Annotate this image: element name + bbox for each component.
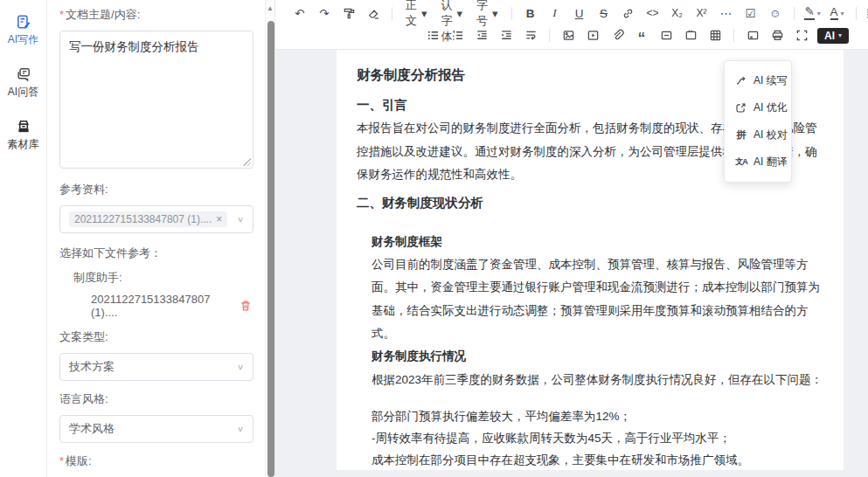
assistant-label: 制度助手: bbox=[73, 270, 253, 286]
insert-video-icon[interactable] bbox=[582, 26, 603, 45]
undo-icon[interactable]: ↶ bbox=[289, 4, 310, 23]
insert-image-icon[interactable] bbox=[558, 26, 579, 45]
topic-label: *文档主题/内容: bbox=[59, 7, 253, 23]
underline-button[interactable]: U bbox=[569, 4, 590, 23]
subscript-button[interactable]: X₂ bbox=[667, 4, 688, 23]
caret-down-icon: ▾ bbox=[457, 7, 463, 20]
italic-button[interactable]: I bbox=[545, 4, 566, 23]
doc-type-select[interactable]: 技术方案 ∨ bbox=[59, 353, 253, 381]
highlight-color-button[interactable]: ✎▾ bbox=[802, 4, 823, 23]
ordered-list-button[interactable] bbox=[447, 26, 468, 45]
text-wrap-button[interactable] bbox=[520, 26, 541, 45]
menu-item-ai-continue[interactable]: AI 续写 bbox=[725, 67, 791, 94]
required-asterisk: * bbox=[59, 454, 64, 467]
reference-label: 参考资料: bbox=[59, 182, 253, 197]
app-sidebar: AI写作 AI问答 素材库 bbox=[0, 0, 47, 477]
menu-item-label: AI 续写 bbox=[753, 73, 788, 88]
snippet-block-icon[interactable] bbox=[680, 26, 701, 45]
outdent-button[interactable] bbox=[471, 26, 492, 45]
doc-issue-item: -周转效率有待提高，应收账款周转天数为45天，高于行业平均水平； bbox=[372, 428, 823, 450]
sidebar-item-library[interactable]: 素材库 bbox=[0, 112, 46, 164]
sidebar-item-label: AI写作 bbox=[8, 32, 38, 47]
format-painter-icon[interactable] bbox=[338, 4, 359, 23]
ai-optimize-icon bbox=[735, 102, 747, 114]
divider-block-icon[interactable] bbox=[656, 26, 677, 45]
generation-form-panel: *文档主题/内容: 写一份财务制度分析报告 参考资料: 202112271513… bbox=[47, 0, 275, 477]
menu-item-label: AI 优化 bbox=[753, 100, 788, 115]
doc-issue-item: 部分部门预算执行偏差较大，平均偏差率为12%； bbox=[372, 406, 823, 428]
print-icon[interactable] bbox=[767, 26, 788, 45]
menu-item-ai-proofread[interactable]: 拼 AI 校对 bbox=[725, 121, 791, 149]
assistant-file-name: 2021122715133847807 (1).... bbox=[91, 293, 240, 319]
doc-issue-item: 成本控制在部分项目中存在超支现象，主要集中在研发和市场推广领域。 bbox=[372, 450, 823, 470]
menu-item-label: AI 翻译 bbox=[753, 155, 788, 169]
chip-close-icon[interactable]: × bbox=[216, 213, 222, 225]
horizontal-rule-button[interactable]: ⋯ bbox=[716, 4, 737, 23]
ai-menu-button[interactable]: AI▾ bbox=[817, 28, 849, 44]
trash-icon[interactable] bbox=[240, 300, 252, 312]
table-icon[interactable] bbox=[705, 26, 726, 45]
sidebar-item-ai-writing[interactable]: AI写作 bbox=[0, 7, 46, 59]
inline-code-button[interactable]: <> bbox=[642, 4, 663, 23]
strikethrough-button[interactable]: S bbox=[594, 4, 615, 23]
todo-list-button[interactable]: ☑ bbox=[740, 4, 761, 23]
caret-down-icon: ▾ bbox=[817, 10, 821, 17]
style-label: 语言风格: bbox=[59, 391, 253, 407]
chevron-down-icon: ∨ bbox=[237, 215, 244, 224]
caret-down-icon: ▾ bbox=[838, 31, 842, 39]
doc-paragraph-exec: 根据2023年前三季度的财务数据，公司整体财务制度执行情况良好，但存在以下问题： bbox=[372, 369, 823, 391]
paragraph-style-select[interactable]: 正文▾ bbox=[399, 3, 434, 23]
style-value: 学术风格 bbox=[69, 421, 115, 437]
attachment-icon[interactable] bbox=[607, 26, 628, 45]
doc-pen-icon bbox=[16, 14, 31, 30]
align-button[interactable]: ▾ bbox=[865, 4, 868, 23]
panel-scrollbar[interactable]: ▲ bbox=[265, 0, 274, 477]
font-color-button[interactable]: A▾ bbox=[827, 4, 848, 23]
scrollbar-thumb[interactable] bbox=[267, 21, 274, 477]
superscript-button[interactable]: X² bbox=[691, 4, 712, 23]
fullscreen-icon[interactable] bbox=[791, 26, 812, 45]
chevron-down-icon: ∨ bbox=[237, 425, 244, 433]
template-label: *模版: bbox=[59, 453, 253, 469]
redo-icon[interactable]: ↷ bbox=[314, 4, 335, 23]
link-icon[interactable] bbox=[618, 4, 639, 23]
style-select[interactable]: 学术风格 ∨ bbox=[59, 415, 253, 443]
required-asterisk: * bbox=[59, 8, 64, 21]
bold-button[interactable]: B bbox=[520, 4, 541, 23]
doc-type-label: 文案类型: bbox=[59, 329, 253, 345]
doc-heading-s2: 二、财务制度现状分析 bbox=[357, 190, 823, 215]
sidebar-item-label: AI问答 bbox=[8, 85, 38, 100]
topic-input[interactable]: 写一份财务制度分析报告 bbox=[59, 31, 253, 169]
reference-select[interactable]: 2021122715133847807 (1).... × ∨ bbox=[59, 205, 253, 233]
textarea-resize-handle[interactable] bbox=[243, 158, 251, 166]
sidebar-item-ai-qa[interactable]: AI问答 bbox=[0, 59, 46, 112]
font-family-select[interactable]: 默认字体▾ bbox=[434, 3, 470, 23]
doc-heading-exec: 财务制度执行情况 bbox=[372, 345, 823, 368]
editor-area: ↶ ↷ 正文▾ 默认字体▾ 字号▾ B bbox=[275, 0, 868, 477]
blockquote-button[interactable]: “ bbox=[631, 26, 652, 45]
scroll-up-arrow-icon[interactable]: ▲ bbox=[266, 0, 274, 12]
indent-button[interactable] bbox=[496, 26, 517, 45]
ai-translate-icon: 文A bbox=[735, 156, 747, 168]
menu-item-ai-optimize[interactable]: AI 优化 bbox=[725, 94, 791, 121]
menu-item-ai-translate[interactable]: 文A AI 翻译 bbox=[725, 149, 791, 176]
file-reference-label: 选择如下文件参考： bbox=[59, 245, 253, 261]
font-size-select[interactable]: 字号▾ bbox=[469, 3, 505, 23]
eraser-icon[interactable] bbox=[363, 4, 384, 23]
caret-down-icon: ▾ bbox=[421, 7, 427, 20]
doc-paragraph-frame: 公司目前的制度涵盖了资金管理、成本控制、预算管理、核算与报告、风险管理等方面。其… bbox=[372, 253, 823, 345]
doc-type-value: 技术方案 bbox=[69, 359, 115, 375]
sidebar-item-label: 素材库 bbox=[8, 137, 39, 152]
source-view-icon[interactable] bbox=[742, 26, 763, 45]
library-icon bbox=[16, 119, 31, 135]
assistant-file-row: 2021122715133847807 (1).... bbox=[91, 293, 253, 319]
caret-down-icon: ▾ bbox=[492, 7, 498, 20]
doc-heading-frame: 财务制度框架 bbox=[372, 231, 823, 253]
reference-file-chip: 2021122715133847807 (1).... × bbox=[69, 211, 227, 227]
bullet-list-button[interactable] bbox=[422, 26, 443, 45]
emoji-button[interactable]: ☺ bbox=[765, 4, 786, 23]
ai-dropdown-menu: AI 续写 AI 优化 拼 AI 校对 文A AI 翻译 bbox=[724, 60, 792, 183]
chevron-down-icon: ∨ bbox=[237, 363, 244, 371]
ai-continue-icon bbox=[735, 75, 747, 86]
editor-toolbar: ↶ ↷ 正文▾ 默认字体▾ 字号▾ B bbox=[275, 0, 868, 50]
